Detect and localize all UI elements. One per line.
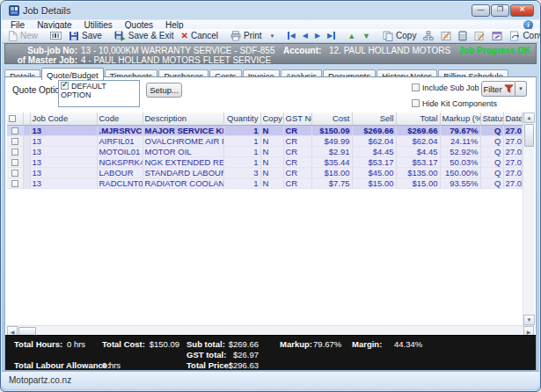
filter-dropdown[interactable]: ▼ <box>515 81 527 97</box>
scroll-down-button[interactable]: ▼ <box>523 315 535 325</box>
cell-cost[interactable]: $7.75 <box>311 178 352 188</box>
include-sub-job-lines-checkbox[interactable] <box>412 83 420 91</box>
table-row[interactable]: 13 .MJRSRVC MAJOR SERVICE KIT 1 N CR $15… <box>7 125 522 135</box>
cell-description[interactable]: RADIATOR COOLANT <box>143 178 223 188</box>
nav-prev-button[interactable]: ◀ <box>299 31 311 40</box>
cell-markup[interactable]: 50.03% <box>440 156 480 167</box>
cell-date[interactable]: 27.05.201 <box>503 125 522 135</box>
title-bar[interactable]: Job Details — ❐ ✕ <box>2 2 539 19</box>
cell-description[interactable]: STANDARD LABOUR CHARGE <box>143 167 223 178</box>
cell-status[interactable]: Q <box>480 146 503 156</box>
row-checkbox-cell[interactable] <box>7 135 23 146</box>
cell-markup[interactable]: 24.11% <box>440 135 480 146</box>
nav-first-button[interactable]: ◀ <box>284 31 299 40</box>
select-all-header[interactable] <box>7 113 23 125</box>
cell-gst[interactable]: CR <box>283 125 311 135</box>
cell-status[interactable]: Q <box>480 125 503 135</box>
cell-gst[interactable]: CR <box>283 135 311 146</box>
row-checkbox[interactable] <box>11 180 18 187</box>
cell-description[interactable]: NGK EXTENDED REACH SPARK PLU... <box>143 156 223 167</box>
cell-quantity[interactable]: 1 <box>223 146 260 156</box>
cell-markup[interactable]: 79.67% <box>440 125 480 135</box>
cell-cost[interactable]: $2.91 <box>311 146 352 156</box>
new-button[interactable]: New <box>4 30 41 42</box>
cell-status[interactable]: Q <box>480 135 503 146</box>
cell-date[interactable]: 27.05.201 <box>503 167 522 178</box>
close-button[interactable]: ✕ <box>510 4 534 17</box>
row-checkbox[interactable] <box>11 127 18 134</box>
cell-gst[interactable]: CR <box>283 178 311 188</box>
cell-markup[interactable]: 52.92% <box>440 146 480 156</box>
grid-edit-button[interactable] <box>437 30 455 42</box>
row-checkbox[interactable] <box>11 159 18 166</box>
cell-gst[interactable]: CR <box>283 156 311 167</box>
cell-gst[interactable]: CR <box>283 167 311 178</box>
cell-code[interactable]: .MJRSRVC <box>97 125 143 135</box>
table-row[interactable]: 13 MOTOIL01 MOTOR OIL 1 N CR $2.91 $4.45… <box>7 146 522 156</box>
col-header-gst[interactable]: GST No. <box>283 113 311 125</box>
cell-date[interactable]: 27.05.201 <box>503 146 522 156</box>
setup-button[interactable]: Setup... <box>146 83 182 98</box>
col-header-status[interactable]: Status <box>480 113 503 125</box>
col-header-copy-to[interactable]: Copy to <box>260 113 283 125</box>
move-up-button[interactable]: ▲ <box>344 31 359 41</box>
row-checkbox[interactable] <box>11 138 18 145</box>
print-dropdown[interactable]: ▼ <box>266 33 279 40</box>
cell-status[interactable]: Q <box>480 167 503 178</box>
cell-description[interactable]: MOTOR OIL <box>143 146 223 156</box>
cell-sell[interactable]: $53.17 <box>352 156 396 167</box>
col-header-code[interactable]: Code <box>97 113 143 125</box>
select-all-checkbox[interactable] <box>9 115 16 122</box>
cell-copy-to[interactable]: N <box>260 146 283 156</box>
cell-sell[interactable]: $45.00 <box>352 167 396 178</box>
col-header-sell[interactable]: Sell <box>352 113 396 125</box>
cell-total[interactable]: $4.45 <box>396 146 440 156</box>
col-header-markup[interactable]: Markup (%) <box>440 113 480 125</box>
cell-total[interactable]: $135.00 <box>396 167 440 178</box>
col-header-total[interactable]: Total <box>396 113 440 125</box>
default-option-checkbox[interactable]: ✓ <box>61 82 69 90</box>
cancel-button[interactable]: ✕ Cancel <box>178 30 223 41</box>
cell-cost[interactable]: $49.99 <box>311 135 352 146</box>
minimize-button[interactable]: — <box>472 4 490 17</box>
col-header-date[interactable]: Date <box>503 113 522 125</box>
barcode-button[interactable] <box>47 30 65 41</box>
cell-cost[interactable]: $35.44 <box>311 156 352 167</box>
save-button[interactable]: Save <box>65 30 106 42</box>
scroll-up-button[interactable]: ▲ <box>523 113 535 123</box>
nav-last-button[interactable]: ▶ <box>324 31 339 40</box>
calculator-button[interactable] <box>455 30 471 42</box>
vertical-scrollbar[interactable]: ▲ ▼ <box>523 113 534 325</box>
cell-code[interactable]: MOTOIL01 <box>97 146 143 156</box>
cell-copy-to[interactable]: N <box>260 156 283 167</box>
cell-sell[interactable]: $15.00 <box>352 178 396 188</box>
col-header-cost[interactable]: Cost <box>311 113 352 125</box>
cell-job-code[interactable]: 13 <box>30 135 97 146</box>
table-row[interactable]: 13 AIRFIL01 OVALCHROME AIR FILTER 1 N CR… <box>7 135 522 146</box>
window-link-button[interactable] <box>488 30 506 42</box>
cell-sell[interactable]: $4.45 <box>352 146 396 156</box>
table-row[interactable]: 13 RADCLNT01 RADIATOR COOLANT 1 N CR $7.… <box>7 178 522 188</box>
row-checkbox-cell[interactable] <box>7 146 23 156</box>
cell-quantity[interactable]: 1 <box>223 178 260 188</box>
hierarchy-button[interactable] <box>420 30 437 42</box>
copy-button[interactable]: Copy <box>379 30 420 42</box>
cell-code[interactable]: LABOUR <box>97 167 143 178</box>
cell-quantity[interactable]: 3 <box>223 167 260 178</box>
tab-quote-budget[interactable]: Quote/Budget <box>41 68 104 80</box>
vertical-scroll-thumb[interactable] <box>524 124 534 147</box>
col-header-job-code[interactable]: Job Code <box>30 113 97 125</box>
hide-kit-components-checkbox[interactable] <box>412 99 420 107</box>
cell-code[interactable]: AIRFIL01 <box>97 135 143 146</box>
table-row[interactable]: 13 NGKSPRK4PK NGK EXTENDED REACH SPARK P… <box>7 156 522 167</box>
cell-status[interactable]: Q <box>480 178 503 188</box>
notes-button[interactable] <box>471 30 488 42</box>
cell-job-code[interactable]: 13 <box>30 156 97 167</box>
cell-copy-to[interactable]: N <box>260 178 283 188</box>
move-down-button[interactable]: ▼ <box>359 31 374 41</box>
cell-job-code[interactable]: 13 <box>30 167 97 178</box>
cell-copy-to[interactable]: N <box>260 135 283 146</box>
cell-gst[interactable]: CR <box>283 146 311 156</box>
cell-cost[interactable]: $150.09 <box>311 125 352 135</box>
convert-quote-button[interactable]: Convert Quote ▼ <box>506 30 541 42</box>
